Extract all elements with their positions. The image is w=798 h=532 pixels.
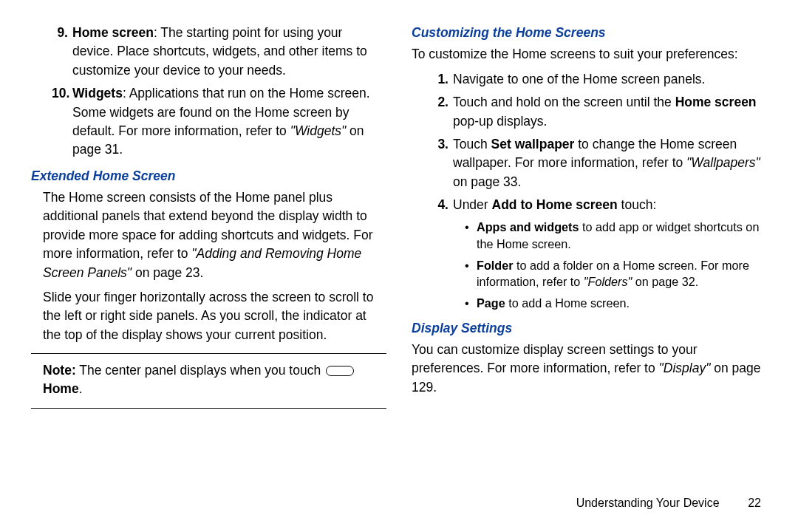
bullet-icon: •	[465, 257, 477, 290]
step-number: 1.	[432, 70, 453, 89]
divider	[31, 408, 386, 409]
paragraph: The Home screen consists of the Home pan…	[31, 188, 386, 282]
item-text: Home screen: The starting point for usin…	[72, 24, 386, 80]
step-number: 2.	[432, 93, 453, 131]
list-item-9: 9. Home screen: The starting point for u…	[31, 24, 386, 80]
step-text: Navigate to one of the Home screen panel…	[453, 70, 767, 89]
bullet-text: Page to add a Home screen.	[477, 295, 630, 312]
page-columns: 9. Home screen: The starting point for u…	[31, 24, 767, 481]
left-column: 9. Home screen: The starting point for u…	[31, 24, 386, 481]
paragraph: Slide your finger horizontally across th…	[31, 288, 386, 344]
item-number: 10.	[52, 84, 72, 160]
step-1: 1. Navigate to one of the Home screen pa…	[412, 70, 767, 89]
sub-bullet-folder: • Folder to add a folder on a Home scree…	[412, 257, 767, 290]
bullet-icon: •	[465, 295, 477, 312]
step-number: 3.	[432, 135, 453, 191]
page-footer: Understanding Your Device 22	[31, 494, 767, 511]
home-button-icon	[326, 366, 354, 376]
step-number: 4.	[432, 196, 453, 214]
step-text: Under Add to Home screen touch:	[453, 196, 767, 214]
item-text: Widgets: Applications that run on the Ho…	[72, 84, 386, 160]
heading-customizing-home-screens: Customizing the Home Screens	[412, 24, 767, 42]
right-column: Customizing the Home Screens To customiz…	[412, 24, 767, 481]
bullet-text: Apps and widgets to add app or widget sh…	[477, 219, 767, 252]
item-number: 9.	[52, 24, 72, 80]
footer-section: Understanding Your Device	[576, 497, 720, 509]
step-text: Touch Set wallpaper to change the Home s…	[453, 135, 767, 191]
step-3: 3. Touch Set wallpaper to change the Hom…	[412, 135, 767, 191]
bullet-icon: •	[465, 219, 477, 252]
sub-bullet-page: • Page to add a Home screen.	[412, 295, 767, 312]
paragraph: To customize the Home screens to suit yo…	[412, 45, 767, 64]
step-2: 2. Touch and hold on the screen until th…	[412, 93, 767, 131]
divider	[31, 353, 386, 354]
step-text: Touch and hold on the screen until the H…	[453, 93, 767, 131]
heading-extended-home-screen: Extended Home Screen	[31, 167, 386, 185]
sub-bullet-apps-widgets: • Apps and widgets to add app or widget …	[412, 219, 767, 252]
bullet-text: Folder to add a folder on a Home screen.…	[477, 257, 767, 290]
list-item-10: 10. Widgets: Applications that run on th…	[31, 84, 386, 160]
heading-display-settings: Display Settings	[412, 319, 767, 338]
step-4: 4. Under Add to Home screen touch:	[412, 196, 767, 214]
footer-page-number: 22	[733, 494, 761, 511]
note: Note: The center panel displays when you…	[31, 361, 386, 399]
paragraph: You can customize display screen setting…	[412, 341, 767, 397]
